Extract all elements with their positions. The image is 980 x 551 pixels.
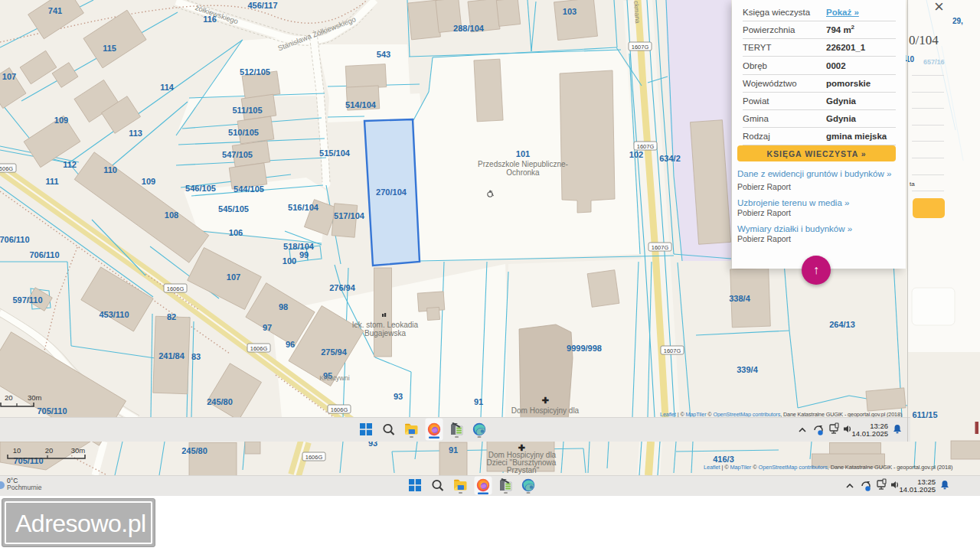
svg-text:543: 543: [377, 50, 390, 59]
svg-text:517/104: 517/104: [334, 211, 365, 220]
svg-text:611/15: 611/15: [912, 410, 937, 419]
svg-text:115: 115: [103, 44, 116, 53]
svg-text:706/110: 706/110: [0, 235, 30, 244]
svg-text:ckmana: ckmana: [632, 1, 642, 24]
svg-text:102: 102: [629, 150, 643, 159]
svg-text:30m: 30m: [71, 446, 86, 455]
svg-text:270/104: 270/104: [376, 187, 407, 197]
svg-text:544/105: 544/105: [234, 184, 264, 194]
svg-text:83: 83: [191, 352, 201, 361]
svg-text:91: 91: [449, 445, 458, 455]
svg-text:108: 108: [165, 210, 178, 220]
svg-text:339/4: 339/4: [737, 365, 758, 374]
svg-text:516/104: 516/104: [288, 203, 319, 212]
svg-text:545/105: 545/105: [218, 204, 249, 214]
svg-text:106: 106: [229, 228, 243, 237]
svg-text:107: 107: [227, 272, 240, 282]
svg-text:30m: 30m: [28, 393, 42, 402]
svg-text:1606G: 1606G: [250, 345, 268, 352]
svg-text:100: 100: [283, 256, 296, 266]
svg-text:82: 82: [167, 312, 176, 321]
svg-text:453/110: 453/110: [99, 310, 129, 319]
svg-text:1606G: 1606G: [305, 454, 323, 461]
svg-text:0°C: 0°C: [7, 477, 18, 484]
svg-text:1607G: 1607G: [637, 143, 655, 150]
svg-text:112: 112: [63, 160, 77, 169]
svg-text:111: 111: [45, 177, 58, 186]
svg-text:705/110: 705/110: [37, 406, 67, 416]
svg-text:338/4: 338/4: [729, 294, 750, 303]
svg-text:511/105: 511/105: [232, 106, 262, 115]
svg-text:288/104: 288/104: [453, 24, 485, 33]
svg-text:597/110: 597/110: [12, 295, 42, 305]
svg-text:114: 114: [160, 83, 175, 92]
svg-text:245/80: 245/80: [181, 446, 207, 455]
svg-text:14.01.2025: 14.01.2025: [851, 429, 888, 438]
svg-text:1607G: 1607G: [664, 347, 681, 354]
svg-text:741: 741: [48, 6, 62, 15]
svg-text:107: 107: [2, 72, 16, 81]
svg-text:101: 101: [516, 149, 530, 158]
svg-text:91: 91: [474, 397, 483, 406]
svg-text:515/104: 515/104: [319, 148, 351, 158]
svg-text:706/110: 706/110: [29, 250, 59, 259]
svg-text:276/94: 276/94: [329, 283, 356, 292]
svg-text:546/105: 546/105: [185, 184, 216, 193]
svg-text:10: 10: [13, 446, 21, 455]
svg-text:510/105: 510/105: [228, 128, 259, 137]
svg-text:Pochmurnie: Pochmurnie: [7, 484, 42, 491]
svg-text:109: 109: [54, 116, 68, 125]
svg-text:20: 20: [5, 393, 13, 402]
svg-text:97: 97: [263, 323, 272, 332]
svg-text:275/94: 275/94: [321, 347, 348, 357]
svg-text:109: 109: [142, 177, 155, 186]
svg-text:1606G: 1606G: [167, 285, 185, 292]
svg-text:547/105: 547/105: [222, 150, 253, 159]
svg-text:512/105: 512/105: [240, 67, 270, 77]
svg-text:103: 103: [563, 7, 577, 16]
svg-text:110: 110: [103, 165, 117, 174]
svg-text:705/110: 705/110: [13, 456, 43, 465]
svg-text:99: 99: [299, 250, 309, 259]
svg-text:241/84: 241/84: [158, 351, 185, 360]
svg-text:606G: 606G: [0, 165, 13, 172]
svg-text:416/3: 416/3: [713, 455, 734, 464]
svg-text:1606G: 1606G: [331, 406, 348, 413]
svg-text:Przedszkole Niepubliczne-: Przedszkole Niepubliczne-: [478, 160, 568, 168]
svg-text:Leaflet | © MapTiler © OpenStr: Leaflet | © MapTiler © OpenStreetMap con…: [704, 464, 952, 471]
svg-text:20: 20: [45, 446, 54, 455]
svg-text:96: 96: [286, 340, 295, 349]
svg-text:Przystań": Przystań": [507, 466, 540, 474]
svg-text:98: 98: [279, 302, 288, 311]
svg-text:Ochronka: Ochronka: [506, 168, 540, 177]
svg-text:✚: ✚: [541, 396, 549, 405]
svg-text:1607G: 1607G: [652, 244, 669, 251]
svg-text:264/13: 264/13: [829, 320, 855, 329]
svg-text:Bugajewska: Bugajewska: [364, 329, 406, 337]
svg-text:Dom Hospicyjny dla: Dom Hospicyjny dla: [511, 406, 580, 415]
svg-text:Kreatywni: Kreatywni: [319, 374, 350, 382]
svg-text:1607G: 1607G: [632, 44, 649, 51]
svg-text:9999/998: 9999/998: [567, 344, 602, 353]
svg-text:113: 113: [129, 129, 142, 138]
svg-text:514/104: 514/104: [345, 100, 377, 109]
svg-text:456/117: 456/117: [247, 1, 277, 10]
svg-text:lek. stom. Leokadia: lek. stom. Leokadia: [352, 321, 419, 329]
svg-text:93: 93: [394, 392, 403, 401]
svg-text:14.01.2025: 14.01.2025: [899, 485, 936, 494]
svg-text:634/2: 634/2: [659, 154, 681, 163]
svg-text:245/80: 245/80: [207, 397, 233, 406]
